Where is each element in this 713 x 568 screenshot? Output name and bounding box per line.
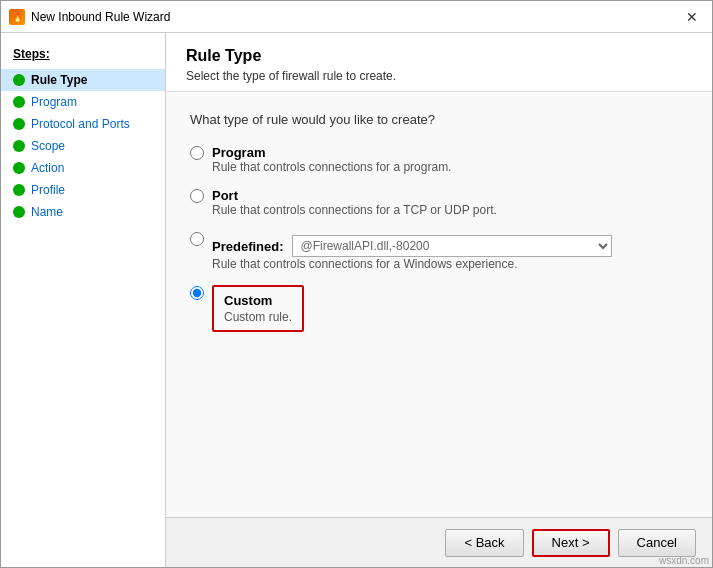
- sidebar-label-action: Action: [31, 161, 64, 175]
- footer-bar: < Back Next > Cancel: [166, 517, 712, 567]
- custom-box: Custom Custom rule.: [212, 285, 304, 332]
- page-body: What type of rule would you like to crea…: [166, 92, 712, 517]
- step-dot-profile: [13, 184, 25, 196]
- next-button[interactable]: Next >: [532, 529, 610, 557]
- sidebar-item-program[interactable]: Program: [1, 91, 165, 113]
- watermark: wsxdn.com: [659, 555, 709, 566]
- step-dot-name: [13, 206, 25, 218]
- predefined-dropdown[interactable]: @FirewallAPI.dll,-80200: [292, 235, 612, 257]
- step-dot-program: [13, 96, 25, 108]
- option-program-content: Program Rule that controls connections f…: [212, 145, 451, 174]
- option-program: Program Rule that controls connections f…: [190, 145, 688, 174]
- page-title: Rule Type: [186, 47, 692, 65]
- content-area: Steps: Rule Type Program Protocol and Po…: [1, 33, 712, 567]
- radio-predefined[interactable]: [190, 232, 204, 246]
- step-dot-protocol-ports: [13, 118, 25, 130]
- sidebar-item-profile[interactable]: Profile: [1, 179, 165, 201]
- option-program-label[interactable]: Program: [212, 145, 451, 160]
- option-predefined: Predefined: @FirewallAPI.dll,-80200 Rule…: [190, 231, 688, 271]
- title-bar: 🔥 New Inbound Rule Wizard ✕: [1, 1, 712, 33]
- main-window: 🔥 New Inbound Rule Wizard ✕ Steps: Rule …: [0, 0, 713, 568]
- sidebar: Steps: Rule Type Program Protocol and Po…: [1, 33, 166, 567]
- sidebar-item-name[interactable]: Name: [1, 201, 165, 223]
- main-content: Rule Type Select the type of firewall ru…: [166, 33, 712, 567]
- radio-custom[interactable]: [190, 286, 204, 300]
- option-port-desc: Rule that controls connections for a TCP…: [212, 203, 497, 217]
- option-custom-label[interactable]: Custom: [224, 293, 292, 308]
- sidebar-item-protocol-ports[interactable]: Protocol and Ports: [1, 113, 165, 135]
- sidebar-label-profile: Profile: [31, 183, 65, 197]
- step-dot-rule-type: [13, 74, 25, 86]
- radio-program[interactable]: [190, 146, 204, 160]
- option-group: Program Rule that controls connections f…: [190, 145, 688, 332]
- sidebar-label-protocol-ports: Protocol and Ports: [31, 117, 130, 131]
- predefined-row: Predefined: @FirewallAPI.dll,-80200: [212, 235, 612, 257]
- sidebar-header: Steps:: [1, 43, 165, 69]
- option-program-desc: Rule that controls connections for a pro…: [212, 160, 451, 174]
- option-custom-desc: Custom rule.: [224, 310, 292, 324]
- cancel-button[interactable]: Cancel: [618, 529, 696, 557]
- sidebar-label-rule-type: Rule Type: [31, 73, 87, 87]
- option-custom: Custom Custom rule.: [190, 285, 688, 332]
- option-port-label[interactable]: Port: [212, 188, 497, 203]
- option-predefined-content: Predefined: @FirewallAPI.dll,-80200 Rule…: [212, 231, 612, 271]
- sidebar-label-scope: Scope: [31, 139, 65, 153]
- page-header: Rule Type Select the type of firewall ru…: [166, 33, 712, 92]
- radio-port[interactable]: [190, 189, 204, 203]
- title-bar-left: 🔥 New Inbound Rule Wizard: [9, 9, 170, 25]
- option-port: Port Rule that controls connections for …: [190, 188, 688, 217]
- app-icon: 🔥: [9, 9, 25, 25]
- sidebar-item-rule-type[interactable]: Rule Type: [1, 69, 165, 91]
- close-button[interactable]: ✕: [680, 7, 704, 27]
- option-port-content: Port Rule that controls connections for …: [212, 188, 497, 217]
- sidebar-item-action[interactable]: Action: [1, 157, 165, 179]
- sidebar-item-scope[interactable]: Scope: [1, 135, 165, 157]
- page-subtitle: Select the type of firewall rule to crea…: [186, 69, 692, 83]
- back-button[interactable]: < Back: [445, 529, 523, 557]
- option-predefined-desc: Rule that controls connections for a Win…: [212, 257, 612, 271]
- step-dot-action: [13, 162, 25, 174]
- page-question: What type of rule would you like to crea…: [190, 112, 688, 127]
- sidebar-label-name: Name: [31, 205, 63, 219]
- sidebar-label-program: Program: [31, 95, 77, 109]
- step-dot-scope: [13, 140, 25, 152]
- window-title: New Inbound Rule Wizard: [31, 10, 170, 24]
- option-predefined-label[interactable]: Predefined:: [212, 239, 284, 254]
